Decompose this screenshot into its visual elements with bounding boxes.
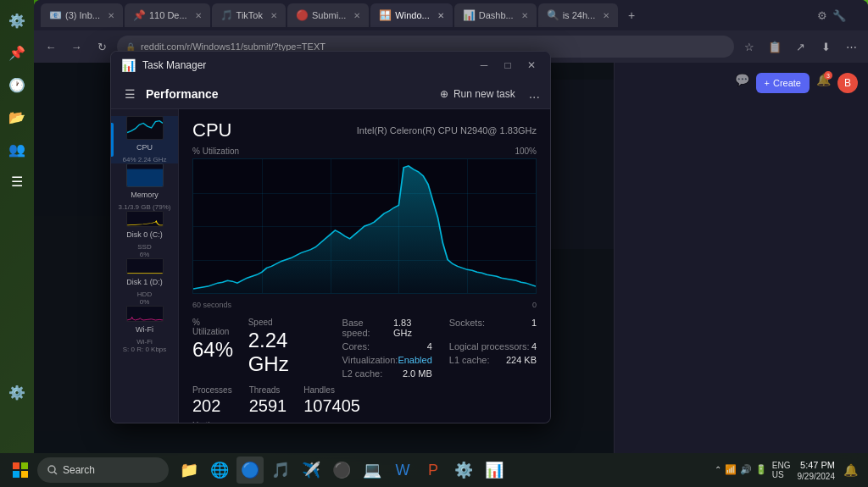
taskbar-telegram[interactable]: ✈️	[298, 457, 325, 484]
browser-tab-tiktok[interactable]: 🎵 TikTok ✕	[212, 3, 286, 27]
l1-cache-row: L1 cache: 224 KB	[449, 355, 537, 365]
start-button[interactable]	[7, 457, 34, 484]
tm-run-new-task-button[interactable]: ⊕ Run new task	[433, 85, 522, 103]
list-icon[interactable]: ☰	[3, 168, 31, 195]
browser-tab-submit[interactable]: 🔴 Submi... ✕	[287, 3, 369, 27]
l1-cache-val: 224 KB	[506, 355, 537, 365]
uptime-label: Up time	[192, 421, 537, 423]
cpu-secondary-stats: Processes 202 Threads 2591 Handles 10740…	[192, 385, 537, 416]
taskbar-chrome[interactable]: 🔵	[236, 457, 264, 484]
taskbar-github[interactable]: ⚫	[328, 457, 355, 484]
taskbar-settings[interactable]: ⚙️	[450, 457, 477, 484]
browser-tab-24h[interactable]: 🔍 is 24h... ✕	[538, 3, 619, 27]
tm-hamburger-menu[interactable]: ☰	[121, 84, 139, 104]
cpu-info-grid: Base speed: 1.83 GHz Sockets: 1 Cores: 4	[342, 318, 537, 379]
browser-tab-windows[interactable]: 🪟 Windo... ✕	[370, 3, 452, 27]
l2-cache-val: 2.0 MB	[403, 368, 432, 379]
tm-sidebar-disk1[interactable]: Disk 1 (D:) HDD0%	[111, 258, 178, 306]
browser-tab-110[interactable]: 📌 110 De... ✕	[125, 3, 210, 27]
tm-sidebar-wifi[interactable]: Wi-Fi Wi-FiS: 0 R: 0 Kbps	[111, 306, 178, 353]
tm-sidebar-disk0[interactable]: Disk 0 (C:) SSD6%	[111, 211, 178, 258]
utilization-label: % Utilization	[192, 318, 238, 336]
cpu-model: Intel(R) Celeron(R) CPU N2940@ 1.83GHz	[357, 125, 537, 136]
taskbar-spotify[interactable]: 🎵	[267, 457, 294, 484]
threads-label: Threads	[249, 385, 287, 395]
system-tray: ⌃ 📶 🔊 🔋 ENGUS	[715, 461, 793, 479]
nav-refresh-button[interactable]: ↻	[92, 36, 112, 57]
nav-forward-button[interactable]: →	[66, 36, 86, 57]
virtualization-key: Virtualization:	[342, 355, 398, 365]
base-speed-key: Base speed:	[342, 318, 393, 338]
cpu-sidebar-sublabel: 64% 2.24 GHz	[122, 156, 166, 163]
svg-rect-8	[21, 471, 28, 478]
handles-value: 107405	[303, 396, 360, 416]
disk1-sidebar-label: Disk 1 (D:)	[126, 278, 163, 287]
disk1-sidebar-sublabel: HDD0%	[137, 291, 152, 306]
tab-close-tiktok[interactable]: ✕	[270, 11, 277, 20]
cpu-utilization-stat: % Utilization 64%	[192, 318, 238, 379]
tm-more-options-button[interactable]: ...	[529, 86, 540, 102]
history-icon[interactable]: 🕐	[3, 71, 31, 98]
browser-tab-inbox[interactable]: 📧 (3) Inb... ✕	[41, 3, 123, 27]
taskbar-clock[interactable]: 5:47 PM 9/29/2024	[798, 459, 836, 480]
taskbar-file-explorer[interactable]: 📁	[175, 457, 203, 484]
new-tab-button[interactable]: +	[625, 8, 638, 22]
tab-close-submit[interactable]: ✕	[353, 11, 360, 20]
base-speed-row: Base speed: 1.83 GHz	[342, 318, 432, 338]
tray-network-icon[interactable]: 📶	[725, 464, 737, 475]
tab-close-inbox[interactable]: ✕	[108, 11, 114, 20]
nav-share-icon[interactable]: ↗	[790, 36, 810, 57]
cpu-util-max: 100%	[515, 147, 537, 156]
disk0-sidebar-label: Disk 0 (C:)	[126, 230, 163, 240]
uptime-section: Up time 0:22:24:47	[192, 421, 537, 423]
tm-close-button[interactable]: ✕	[523, 57, 540, 74]
processes-stat: Processes 202	[192, 385, 232, 416]
dashboard-favicon: 📊	[463, 9, 475, 21]
gear-icon[interactable]: ⚙️	[3, 379, 31, 406]
browser-settings-icon[interactable]: ⚙	[817, 9, 827, 22]
cpu-mini-graph	[126, 116, 164, 140]
nav-collections-icon[interactable]: 📋	[765, 36, 785, 57]
nav-download-icon[interactable]: ⬇	[815, 36, 836, 57]
settings-icon[interactable]: ⚙️	[3, 7, 31, 34]
task-manager-window: 📊 Task Manager ─ □ ✕ ☰ Performance ⊕ Run…	[110, 51, 551, 423]
tm-sidebar-cpu[interactable]: CPU 64% 2.24 GHz	[111, 116, 178, 163]
nav-back-button[interactable]: ←	[41, 36, 61, 57]
graph-time-end: 0	[532, 301, 537, 309]
nav-menu-icon[interactable]: ⋯	[841, 36, 861, 57]
l1-cache-key: L1 cache:	[449, 355, 490, 365]
cpu-primary-stats: % Utilization 64% Speed 2.24 GHz Base sp…	[192, 318, 537, 379]
users-icon[interactable]: 👥	[3, 136, 31, 163]
collection-icon[interactable]: 📂	[3, 103, 31, 130]
taskbar-powerpoint[interactable]: P	[420, 457, 447, 484]
logical-proc-val: 4	[531, 341, 537, 351]
taskbar-vscode[interactable]: 💻	[359, 457, 386, 484]
tm-sidebar-memory[interactable]: Memory 3.1/3.9 GB (79%)	[111, 163, 178, 211]
pin-icon[interactable]: 📌	[3, 39, 31, 66]
taskbar-word[interactable]: W	[389, 457, 416, 484]
tray-battery-icon[interactable]: 🔋	[755, 464, 767, 475]
taskbar-search-bar[interactable]: Search	[37, 457, 169, 483]
tm-minimize-button[interactable]: ─	[476, 57, 492, 74]
notification-center-button[interactable]: 🔔	[840, 460, 861, 480]
l2-cache-row: L2 cache: 2.0 MB	[342, 368, 432, 379]
cpu-sidebar-label: CPU	[136, 143, 153, 152]
task-manager-window-buttons: ─ □ ✕	[476, 57, 540, 74]
nav-favorites-icon[interactable]: ☆	[739, 36, 760, 57]
l2-cache-key: L2 cache:	[342, 368, 383, 379]
taskbar-system-monitor[interactable]: 📊	[481, 457, 508, 484]
tab-close-windows[interactable]: ✕	[437, 11, 444, 20]
tab-close-dashboard[interactable]: ✕	[521, 11, 528, 20]
task-manager-toolbar: ☰ Performance ⊕ Run new task ...	[111, 79, 550, 109]
tray-speaker-icon[interactable]: 🔊	[740, 464, 752, 475]
tray-chevron-icon[interactable]: ⌃	[715, 465, 721, 474]
tab-close-24h[interactable]: ✕	[603, 11, 609, 20]
cpu-speed-stat: Speed 2.24 GHz	[248, 318, 332, 379]
browser-tab-dashboard[interactable]: 📊 Dashb... ✕	[454, 3, 537, 27]
tray-language-label: ENGUS	[771, 461, 793, 479]
tm-maximize-button[interactable]: □	[499, 57, 516, 74]
taskbar-edge[interactable]: 🌐	[206, 457, 233, 484]
browser-extensions-icon[interactable]: 🔧	[832, 9, 846, 22]
wifi-sidebar-label: Wi-Fi	[136, 325, 153, 335]
tab-close-110[interactable]: ✕	[195, 11, 202, 20]
